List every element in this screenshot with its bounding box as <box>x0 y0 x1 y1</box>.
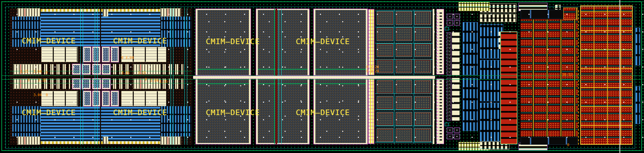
ruler-line <box>620 0 620 153</box>
layout-canvas[interactable]: CMIM—DEVICECMIM—DEVICECMIM—DEVICECMIM—DE… <box>0 0 644 153</box>
boundary-frame-inner <box>6 7 635 149</box>
